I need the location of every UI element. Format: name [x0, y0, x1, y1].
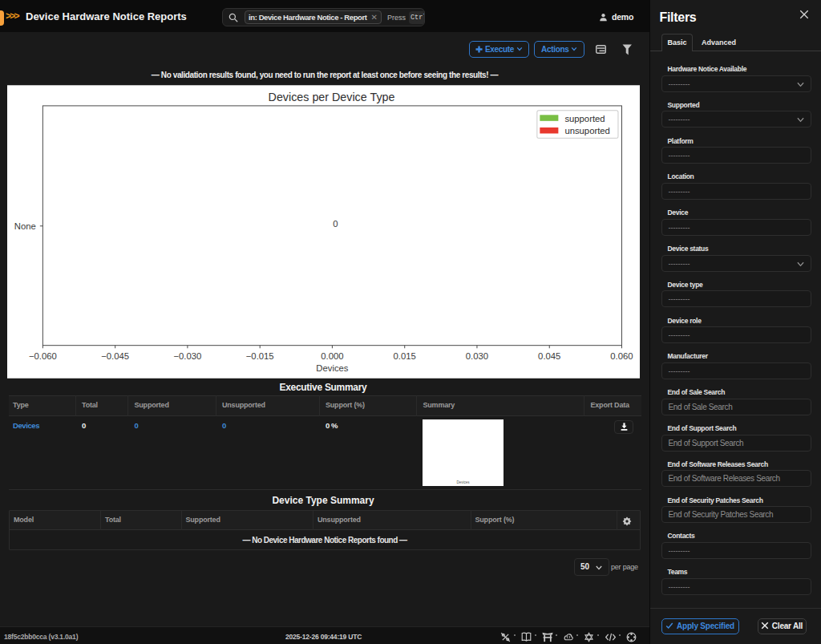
- svg-text:Devices: Devices: [316, 363, 349, 373]
- svg-text:0.060: 0.060: [610, 351, 633, 361]
- svg-text:supported: supported: [564, 114, 605, 124]
- svg-text:unsuported: unsuported: [564, 126, 610, 136]
- svg-text:0.030: 0.030: [466, 351, 488, 361]
- svg-text:None: None: [14, 221, 36, 231]
- svg-text:−0.060: −0.060: [29, 351, 57, 361]
- svg-text:−0.045: −0.045: [101, 351, 129, 361]
- svg-text:−0.030: −0.030: [173, 351, 201, 361]
- svg-text:0.045: 0.045: [538, 351, 560, 361]
- svg-text:0.000: 0.000: [321, 351, 343, 361]
- svg-text:0.015: 0.015: [394, 351, 416, 361]
- svg-text:0: 0: [333, 219, 338, 229]
- svg-text:Devices per Device Type: Devices per Device Type: [269, 91, 395, 103]
- svg-text:−0.015: −0.015: [246, 351, 274, 361]
